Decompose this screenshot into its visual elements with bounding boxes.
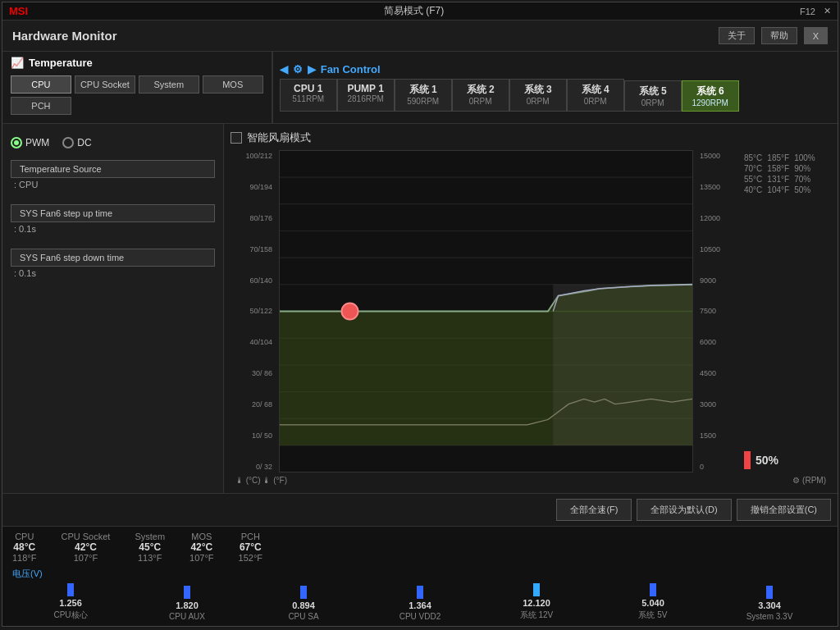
stat-mos-name: MOS <box>189 532 213 541</box>
stat-socket-f: 107°F <box>61 553 110 563</box>
fan-tab-cpu1[interactable]: CPU 1 511RPM <box>280 79 337 112</box>
temp-btn-mos[interactable]: MOS <box>203 75 263 94</box>
v-val-cpu-aux: 1.820 <box>176 600 199 610</box>
about-button[interactable]: 关于 <box>719 27 755 44</box>
mode-row: PWM DC <box>11 137 215 148</box>
fan-sys5-name: 系统 5 <box>633 84 673 98</box>
close-button[interactable]: X <box>804 27 828 44</box>
fan-tab-sys3[interactable]: 系统 3 0RPM <box>509 79 567 112</box>
dc-radio[interactable]: DC <box>62 137 91 148</box>
smart-fan-label: 智能风扇模式 <box>247 130 311 145</box>
v-val-sys-5v: 5.040 <box>641 598 664 608</box>
pwm-radio[interactable]: PWM <box>11 137 49 148</box>
graph-wrapper: 100/212 90/194 80/176 70/158 60/140 50/1… <box>231 150 831 472</box>
stat-mos-c: 42°C <box>189 541 213 553</box>
yr-label-7: 4500 <box>700 369 716 377</box>
temp-btn-cpu[interactable]: CPU <box>11 75 71 94</box>
svg-rect-13 <box>553 285 692 445</box>
help-button[interactable]: 帮助 <box>761 27 797 44</box>
temp-btn-cpu-socket[interactable]: CPU Socket <box>75 75 135 94</box>
content-area: PWM DC Temperature Source : CPU SYS Fan6… <box>2 124 838 493</box>
graph-svg <box>280 151 692 472</box>
stat-socket-name: CPU Socket <box>61 532 110 541</box>
legend-pct-0: 100% <box>794 153 815 162</box>
axis-temp-label: 🌡 (°C) 🌡 (°F) <box>235 476 287 485</box>
stat-cpu-c: 48°C <box>12 541 36 553</box>
fan-tab-pump1[interactable]: PUMP 1 2816RPM <box>337 79 395 112</box>
v-name-cpu-sa: CPU SA <box>288 612 318 621</box>
full-speed-button[interactable]: 全部全速(F) <box>556 499 632 521</box>
fan-control-label: Fan Control <box>321 63 381 75</box>
stat-cpu-name: CPU <box>12 532 36 541</box>
voltage-cpu-aux: 1.820 CPU AUX <box>129 586 245 621</box>
legend-pct-2: 70% <box>794 175 810 184</box>
fan-icon: ⚙ <box>293 63 303 75</box>
step-down-section: SYS Fan6 step down time : 0.1s <box>11 249 215 280</box>
fan-tab-sys2[interactable]: 系统 2 0RPM <box>452 79 509 112</box>
step-down-button[interactable]: SYS Fan6 step down time <box>11 249 215 267</box>
temp-btn-system[interactable]: System <box>139 75 199 94</box>
yr-label-6: 6000 <box>700 338 716 346</box>
temp-stats-row: CPU 48°C 118°F CPU Socket 42°C 107°F Sys… <box>12 532 828 563</box>
fan-tab-sys5[interactable]: 系统 5 0RPM <box>624 80 682 112</box>
step-up-button[interactable]: SYS Fan6 step up time <box>11 204 215 222</box>
temp-icon: 📈 <box>11 57 24 69</box>
stat-cpu: CPU 48°C 118°F <box>12 532 36 563</box>
v-bar-cpu-core-container <box>12 583 129 596</box>
f12-label: F12 <box>800 7 815 16</box>
set-default-button[interactable]: 全部设为默认(D) <box>637 499 731 521</box>
legend-row-2: 55°C 131°F 70% <box>744 175 828 184</box>
y-label-4: 60/140 <box>249 276 272 285</box>
legend-row-0: 85°C 185°F 100% <box>744 153 828 162</box>
stat-pch-c: 67°C <box>239 541 262 553</box>
v-name-cpu-core: CPU核心 <box>53 609 87 621</box>
v-bar-sys-33v-container <box>711 586 828 599</box>
v-bar-sys-5v-container <box>595 583 711 596</box>
voltage-sys-33v: 3.304 System 3.3V <box>711 586 828 621</box>
y-label-3: 70/158 <box>249 245 272 253</box>
voltage-sys-5v: 5.040 系统 5V <box>595 583 711 621</box>
smart-fan-checkbox[interactable] <box>231 132 242 144</box>
top-bar-right: F12 ✕ <box>800 6 831 16</box>
stat-pch: PCH 67°C 152°F <box>239 532 262 563</box>
window-controls: 关于 帮助 X <box>719 27 828 44</box>
close-top[interactable]: ✕ <box>824 6 831 16</box>
fan-sys6-rpm: 1290RPM <box>691 98 730 107</box>
window-title-bar: Hardware Monitor 关于 帮助 X <box>2 21 838 52</box>
y-label-1: 90/194 <box>249 183 272 191</box>
legend-f-3: 104°F <box>767 185 789 194</box>
fan-sys1-name: 系统 1 <box>404 83 443 97</box>
fan-sys5-rpm: 0RPM <box>633 98 673 107</box>
yr-label-1: 13500 <box>700 183 720 191</box>
dc-label: DC <box>77 137 91 148</box>
v-val-cpu-core: 1.256 <box>59 598 82 608</box>
temperature-header: 📈 Temperature <box>11 57 263 72</box>
stat-pch-name: PCH <box>239 532 262 541</box>
v-name-sys-12v: 系统 12V <box>520 609 554 621</box>
v-val-sys-12v: 12.120 <box>523 598 550 608</box>
fan-cpu1-name: CPU 1 <box>289 83 328 94</box>
fan-tab-sys4[interactable]: 系统 4 0RPM <box>567 79 624 112</box>
graph-area[interactable] <box>279 150 693 472</box>
fan-sys3-rpm: 0RPM <box>518 97 558 106</box>
legend-f-0: 185°F <box>767 153 789 162</box>
fan-tab-sys1[interactable]: 系统 1 590RPM <box>395 79 452 112</box>
legend-pct-3: 50% <box>794 185 810 194</box>
cancel-all-button[interactable]: 撤销全部设置(C) <box>737 499 831 521</box>
fan-tab-sys6[interactable]: 系统 6 1290RPM <box>682 80 739 112</box>
stat-system-name: System <box>135 532 165 541</box>
y-label-0: 100/212 <box>245 152 272 160</box>
arrow-right-icon: ▶ <box>308 63 316 75</box>
legend-row-1: 70°C 158°F 90% <box>744 164 828 173</box>
fan-sys6-name: 系统 6 <box>691 84 730 98</box>
legend-c-2: 55°C <box>744 175 762 184</box>
fan-sys4-rpm: 0RPM <box>576 97 615 106</box>
stat-socket-c: 42°C <box>61 541 110 553</box>
temp-source-section: Temperature Source : CPU <box>11 160 215 191</box>
yr-label-0: 15000 <box>700 152 720 160</box>
temp-btn-pch[interactable]: PCH <box>11 97 71 115</box>
step-up-section: SYS Fan6 step up time : 0.1s <box>11 204 215 235</box>
temperature-section: 📈 Temperature CPU CPU Socket System MOS … <box>2 52 273 123</box>
fan-sys1-rpm: 590RPM <box>404 97 443 106</box>
temp-source-button[interactable]: Temperature Source <box>11 160 215 178</box>
